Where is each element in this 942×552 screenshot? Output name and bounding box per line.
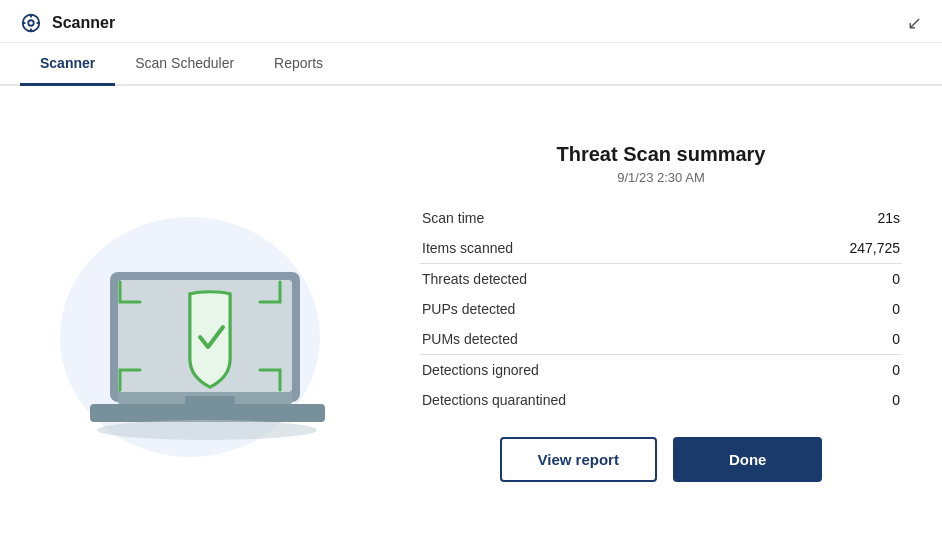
summary-panel: Threat Scan summary 9/1/23 2:30 AM Scan …: [400, 143, 902, 482]
main-content: Threat Scan summary 9/1/23 2:30 AM Scan …: [0, 86, 942, 538]
row-label: Detections quarantined: [420, 385, 772, 415]
svg-point-13: [97, 420, 317, 440]
illustration: [40, 106, 360, 518]
table-row: Scan time 21s: [420, 203, 902, 233]
table-row: PUPs detected 0: [420, 294, 902, 324]
row-value: 0: [772, 324, 902, 355]
app-title: Scanner: [52, 14, 115, 32]
row-value: 247,725: [772, 233, 902, 264]
title-bar-left: Scanner: [20, 12, 115, 34]
row-value: 0: [772, 385, 902, 415]
done-button[interactable]: Done: [673, 437, 823, 482]
table-row: Items scanned 247,725: [420, 233, 902, 264]
row-value: 0: [772, 294, 902, 324]
scanner-illustration: [50, 152, 350, 472]
row-label: Threats detected: [420, 263, 772, 294]
tab-reports[interactable]: Reports: [254, 43, 343, 86]
svg-rect-10: [90, 404, 325, 422]
row-value: 21s: [772, 203, 902, 233]
row-label: Items scanned: [420, 233, 772, 264]
row-value: 0: [772, 354, 902, 385]
table-row: Threats detected 0: [420, 263, 902, 294]
scanner-icon: [20, 12, 42, 34]
row-label: PUMs detected: [420, 324, 772, 355]
table-row: Detections quarantined 0: [420, 385, 902, 415]
svg-point-1: [28, 20, 34, 26]
summary-title: Threat Scan summary: [420, 143, 902, 166]
tab-bar: Scanner Scan Scheduler Reports: [0, 43, 942, 86]
view-report-button[interactable]: View report: [500, 437, 657, 482]
button-row: View report Done: [420, 437, 902, 482]
tab-scan-scheduler[interactable]: Scan Scheduler: [115, 43, 254, 86]
tab-scanner[interactable]: Scanner: [20, 43, 115, 86]
row-label: Scan time: [420, 203, 772, 233]
table-row: Detections ignored 0: [420, 354, 902, 385]
minimize-icon[interactable]: ↙: [907, 12, 922, 34]
summary-table: Scan time 21s Items scanned 247,725 Thre…: [420, 203, 902, 415]
row-label: PUPs detected: [420, 294, 772, 324]
svg-rect-12: [185, 396, 235, 404]
title-bar: Scanner ↙: [0, 0, 942, 43]
table-row: PUMs detected 0: [420, 324, 902, 355]
summary-date: 9/1/23 2:30 AM: [420, 170, 902, 185]
row-label: Detections ignored: [420, 354, 772, 385]
row-value: 0: [772, 263, 902, 294]
